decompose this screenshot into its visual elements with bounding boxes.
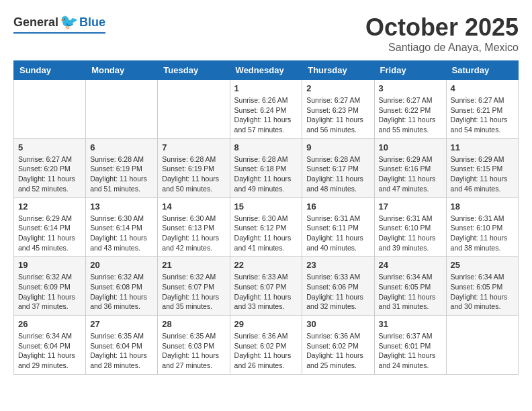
day-info: Sunrise: 6:29 AM Sunset: 6:15 PM Dayligh… (451, 154, 514, 194)
day-number: 3 (379, 83, 442, 93)
calendar-cell: 25Sunrise: 6:34 AM Sunset: 6:05 PM Dayli… (446, 257, 518, 316)
day-number: 29 (234, 319, 298, 329)
calendar-table: SundayMondayTuesdayWednesdayThursdayFrid… (13, 60, 519, 375)
calendar-cell: 11Sunrise: 6:29 AM Sunset: 6:15 PM Dayli… (446, 138, 518, 197)
calendar-cell: 6Sunrise: 6:28 AM Sunset: 6:19 PM Daylig… (86, 138, 158, 197)
day-number: 31 (379, 319, 442, 329)
day-info: Sunrise: 6:27 AM Sunset: 6:21 PM Dayligh… (451, 95, 514, 135)
day-number: 7 (162, 142, 225, 152)
day-info: Sunrise: 6:28 AM Sunset: 6:19 PM Dayligh… (90, 154, 153, 194)
day-info: Sunrise: 6:37 AM Sunset: 6:01 PM Dayligh… (379, 331, 442, 371)
column-header-thursday: Thursday (302, 61, 374, 80)
calendar-cell: 5Sunrise: 6:27 AM Sunset: 6:20 PM Daylig… (14, 138, 86, 197)
day-number: 20 (90, 260, 153, 270)
day-info: Sunrise: 6:31 AM Sunset: 6:11 PM Dayligh… (306, 214, 369, 253)
day-number: 4 (451, 83, 514, 93)
calendar-cell: 19Sunrise: 6:32 AM Sunset: 6:09 PM Dayli… (14, 257, 86, 316)
calendar-week-row: 12Sunrise: 6:29 AM Sunset: 6:14 PM Dayli… (14, 197, 519, 257)
calendar-header-row: SundayMondayTuesdayWednesdayThursdayFrid… (14, 61, 519, 80)
day-info: Sunrise: 6:34 AM Sunset: 6:05 PM Dayligh… (451, 272, 514, 312)
calendar-cell (14, 80, 86, 139)
calendar-cell: 30Sunrise: 6:36 AM Sunset: 6:02 PM Dayli… (302, 316, 374, 375)
logo-blue-text: Blue (79, 15, 105, 30)
column-header-tuesday: Tuesday (158, 61, 230, 80)
day-number: 13 (90, 201, 153, 212)
day-number: 19 (18, 260, 81, 270)
day-info: Sunrise: 6:29 AM Sunset: 6:16 PM Dayligh… (379, 154, 442, 194)
day-number: 12 (18, 201, 81, 212)
day-number: 8 (234, 142, 298, 152)
calendar-cell: 8Sunrise: 6:28 AM Sunset: 6:18 PM Daylig… (230, 138, 302, 197)
day-info: Sunrise: 6:32 AM Sunset: 6:08 PM Dayligh… (90, 272, 153, 312)
day-number: 21 (162, 260, 225, 270)
day-number: 11 (451, 142, 514, 152)
day-info: Sunrise: 6:33 AM Sunset: 6:06 PM Dayligh… (306, 272, 369, 312)
calendar-cell: 18Sunrise: 6:31 AM Sunset: 6:10 PM Dayli… (446, 197, 518, 257)
day-info: Sunrise: 6:31 AM Sunset: 6:10 PM Dayligh… (451, 214, 514, 253)
day-info: Sunrise: 6:34 AM Sunset: 6:05 PM Dayligh… (379, 272, 442, 312)
column-header-saturday: Saturday (446, 61, 518, 80)
day-number: 23 (306, 260, 369, 270)
day-number: 15 (234, 201, 298, 212)
calendar-cell (446, 316, 518, 375)
calendar-cell: 14Sunrise: 6:30 AM Sunset: 6:13 PM Dayli… (158, 197, 230, 257)
calendar-cell: 1Sunrise: 6:26 AM Sunset: 6:24 PM Daylig… (230, 80, 302, 139)
day-info: Sunrise: 6:30 AM Sunset: 6:13 PM Dayligh… (162, 214, 225, 253)
month-title: October 2025 (365, 13, 519, 42)
column-header-sunday: Sunday (14, 61, 86, 80)
day-number: 27 (90, 319, 153, 329)
calendar-cell: 9Sunrise: 6:28 AM Sunset: 6:17 PM Daylig… (302, 138, 374, 197)
calendar-week-row: 5Sunrise: 6:27 AM Sunset: 6:20 PM Daylig… (14, 138, 519, 197)
day-info: Sunrise: 6:27 AM Sunset: 6:23 PM Dayligh… (306, 95, 369, 135)
day-info: Sunrise: 6:30 AM Sunset: 6:12 PM Dayligh… (234, 214, 298, 253)
calendar-cell: 24Sunrise: 6:34 AM Sunset: 6:05 PM Dayli… (374, 257, 446, 316)
calendar-cell: 16Sunrise: 6:31 AM Sunset: 6:11 PM Dayli… (302, 197, 374, 257)
calendar-cell (158, 80, 230, 139)
calendar-cell: 10Sunrise: 6:29 AM Sunset: 6:16 PM Dayli… (374, 138, 446, 197)
day-number: 5 (18, 142, 81, 152)
column-header-wednesday: Wednesday (230, 61, 302, 80)
day-info: Sunrise: 6:36 AM Sunset: 6:02 PM Dayligh… (306, 331, 369, 371)
day-info: Sunrise: 6:34 AM Sunset: 6:04 PM Dayligh… (18, 331, 81, 371)
calendar-cell: 12Sunrise: 6:29 AM Sunset: 6:14 PM Dayli… (14, 197, 86, 257)
calendar-cell: 26Sunrise: 6:34 AM Sunset: 6:04 PM Dayli… (14, 316, 86, 375)
day-info: Sunrise: 6:32 AM Sunset: 6:09 PM Dayligh… (18, 272, 81, 312)
day-info: Sunrise: 6:28 AM Sunset: 6:18 PM Dayligh… (234, 154, 298, 194)
calendar-cell: 29Sunrise: 6:36 AM Sunset: 6:02 PM Dayli… (230, 316, 302, 375)
day-info: Sunrise: 6:33 AM Sunset: 6:07 PM Dayligh… (234, 272, 298, 312)
calendar-week-row: 26Sunrise: 6:34 AM Sunset: 6:04 PM Dayli… (14, 316, 519, 375)
header: General 🐦 Blue October 2025 Santiago de … (13, 13, 519, 54)
day-number: 10 (379, 142, 442, 152)
calendar-cell: 28Sunrise: 6:35 AM Sunset: 6:03 PM Dayli… (158, 316, 230, 375)
column-header-monday: Monday (86, 61, 158, 80)
calendar-cell: 21Sunrise: 6:32 AM Sunset: 6:07 PM Dayli… (158, 257, 230, 316)
day-info: Sunrise: 6:28 AM Sunset: 6:19 PM Dayligh… (162, 154, 225, 194)
calendar-cell: 15Sunrise: 6:30 AM Sunset: 6:12 PM Dayli… (230, 197, 302, 257)
calendar-cell: 3Sunrise: 6:27 AM Sunset: 6:22 PM Daylig… (374, 80, 446, 139)
logo-general-text: General (13, 15, 58, 30)
day-number: 22 (234, 260, 298, 270)
calendar-cell: 2Sunrise: 6:27 AM Sunset: 6:23 PM Daylig… (302, 80, 374, 139)
location-subtitle: Santiago de Anaya, Mexico (365, 42, 519, 54)
day-info: Sunrise: 6:28 AM Sunset: 6:17 PM Dayligh… (306, 154, 369, 194)
day-number: 17 (379, 201, 442, 212)
calendar-cell: 4Sunrise: 6:27 AM Sunset: 6:21 PM Daylig… (446, 80, 518, 139)
day-number: 30 (306, 319, 369, 329)
day-info: Sunrise: 6:26 AM Sunset: 6:24 PM Dayligh… (234, 95, 298, 135)
day-number: 25 (451, 260, 514, 270)
day-number: 1 (234, 83, 298, 93)
day-number: 18 (451, 201, 514, 212)
day-number: 24 (379, 260, 442, 270)
logo-bird-icon: 🐦 (60, 13, 78, 31)
day-info: Sunrise: 6:27 AM Sunset: 6:22 PM Dayligh… (379, 95, 442, 135)
day-number: 16 (306, 201, 369, 212)
day-number: 9 (306, 142, 369, 152)
calendar-cell (86, 80, 158, 139)
day-info: Sunrise: 6:32 AM Sunset: 6:07 PM Dayligh… (162, 272, 225, 312)
calendar-cell: 31Sunrise: 6:37 AM Sunset: 6:01 PM Dayli… (374, 316, 446, 375)
day-number: 14 (162, 201, 225, 212)
day-info: Sunrise: 6:27 AM Sunset: 6:20 PM Dayligh… (18, 154, 81, 194)
day-info: Sunrise: 6:29 AM Sunset: 6:14 PM Dayligh… (18, 214, 81, 253)
calendar-cell: 22Sunrise: 6:33 AM Sunset: 6:07 PM Dayli… (230, 257, 302, 316)
calendar-cell: 17Sunrise: 6:31 AM Sunset: 6:10 PM Dayli… (374, 197, 446, 257)
